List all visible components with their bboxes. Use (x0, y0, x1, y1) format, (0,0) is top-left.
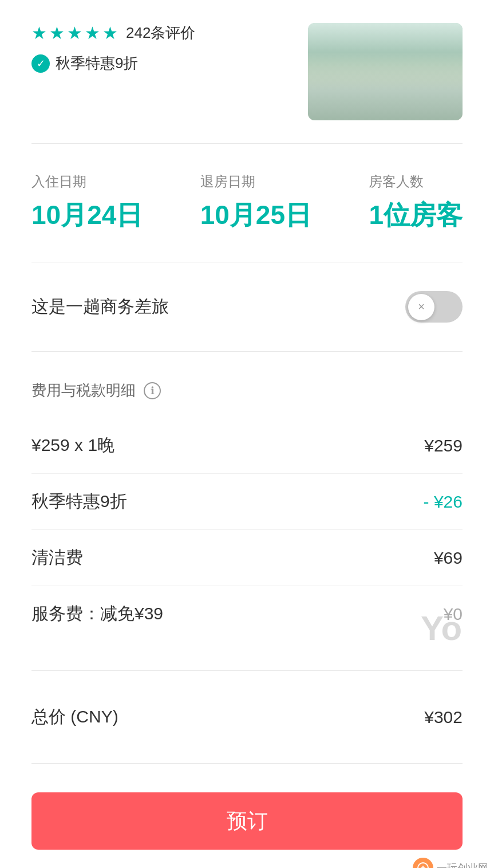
stars: ★ ★ ★ ★ ★ (31, 23, 118, 43)
fee-label-1: 秋季特惠9折 (31, 490, 127, 513)
watermark-svg (417, 862, 429, 868)
top-section: ★ ★ ★ ★ ★ 242条评价 ✓ 秋季特惠9折 (0, 0, 494, 132)
business-section: 这是一趟商务差旅 × (0, 274, 494, 340)
fee-row-1: 秋季特惠9折 - ¥26 (31, 474, 463, 530)
check-out-value: 10月25日 (200, 198, 311, 233)
rating-count: 242条评价 (126, 23, 195, 43)
stars-row: ★ ★ ★ ★ ★ 242条评价 (31, 23, 195, 43)
room-decor (308, 62, 463, 120)
rating-area: ★ ★ ★ ★ ★ 242条评价 ✓ 秋季特惠9折 (31, 23, 195, 73)
fee-row-3: 服务费：减免¥39 ¥0 (31, 586, 463, 642)
watermark-text: 一玩创业网 (437, 861, 488, 868)
fee-header: 费用与税款明细 ℹ (31, 380, 463, 400)
check-icon: ✓ (31, 54, 50, 73)
divider-3 (31, 351, 463, 352)
check-in-item: 入住日期 10月24日 (31, 172, 143, 233)
watermark-icon (413, 858, 433, 868)
date-section: 入住日期 10月24日 退房日期 10月25日 房客人数 1位房客 (0, 155, 494, 250)
page-container: ★ ★ ★ ★ ★ 242条评价 ✓ 秋季特惠9折 (0, 0, 494, 868)
check-in-value: 10月24日 (31, 198, 143, 233)
total-row: 总价 (CNY) ¥302 (31, 700, 463, 735)
hotel-image (308, 23, 463, 120)
check-out-label: 退房日期 (200, 172, 311, 191)
divider-4 (31, 670, 463, 671)
check-symbol: ✓ (37, 57, 45, 70)
fee-label-3: 服务费：减免¥39 (31, 602, 163, 626)
date-row: 入住日期 10月24日 退房日期 10月25日 房客人数 1位房客 (31, 172, 463, 233)
business-label: 这是一趟商务差旅 (31, 295, 169, 319)
fee-value-1: - ¥26 (424, 492, 463, 512)
guests-item: 房客人数 1位房客 (369, 172, 463, 233)
fee-label-2: 清洁费 (31, 546, 83, 569)
fee-label-0: ¥259 x 1晚 (31, 434, 114, 457)
star-4: ★ (85, 23, 100, 43)
star-5: ★ (102, 23, 118, 43)
fee-value-2: ¥69 (434, 548, 463, 568)
fee-row-0: ¥259 x 1晚 ¥259 (31, 418, 463, 474)
book-button[interactable]: 预订 (31, 792, 463, 850)
guests-label: 房客人数 (369, 172, 463, 191)
fee-row-2: 清洁费 ¥69 (31, 530, 463, 586)
promo-badge: ✓ 秋季特惠9折 (31, 53, 195, 73)
divider-2 (31, 262, 463, 262)
total-value: ¥302 (424, 708, 463, 727)
star-2: ★ (49, 23, 65, 43)
total-section: 总价 (CNY) ¥302 (0, 682, 494, 752)
fee-value-3: ¥0 (444, 604, 463, 624)
hotel-image-inner (308, 23, 463, 120)
fee-section: 费用与税款明细 ℹ ¥259 x 1晚 ¥259 秋季特惠9折 - ¥26 清洁… (0, 363, 494, 659)
info-symbol: ℹ (151, 384, 155, 397)
star-1: ★ (31, 23, 47, 43)
fee-value-0: ¥259 (424, 436, 463, 455)
check-out-item: 退房日期 10月25日 (200, 172, 311, 233)
info-icon[interactable]: ℹ (144, 382, 161, 399)
toggle-knob: × (408, 294, 434, 320)
divider-5 (31, 763, 463, 764)
watermark: 一玩创业网 (413, 858, 488, 868)
divider-1 (31, 143, 463, 144)
book-button-section: 预订 (0, 775, 494, 868)
promo-text: 秋季特惠9折 (56, 53, 138, 73)
star-3: ★ (67, 23, 82, 43)
fee-title: 费用与税款明细 (31, 380, 136, 400)
business-toggle[interactable]: × (405, 291, 463, 323)
guests-value: 1位房客 (369, 198, 463, 233)
total-label: 总价 (CNY) (31, 705, 118, 729)
check-in-label: 入住日期 (31, 172, 143, 191)
toggle-x-icon: × (418, 300, 425, 313)
